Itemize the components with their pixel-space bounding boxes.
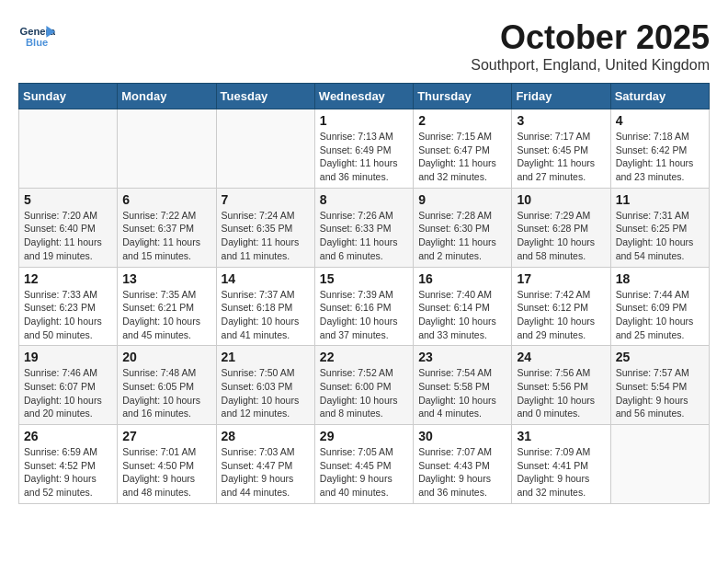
day-info: Sunrise: 7:40 AM Sunset: 6:14 PM Dayligh…	[418, 288, 506, 342]
day-number: 29	[320, 429, 408, 443]
calendar-cell: 29Sunrise: 7:05 AM Sunset: 4:45 PM Dayli…	[314, 425, 413, 504]
calendar-week-row: 5Sunrise: 7:20 AM Sunset: 6:40 PM Daylig…	[19, 188, 710, 267]
day-number: 15	[320, 271, 408, 286]
calendar-week-row: 12Sunrise: 7:33 AM Sunset: 6:23 PM Dayli…	[19, 267, 710, 346]
calendar-cell: 4Sunrise: 7:18 AM Sunset: 6:42 PM Daylig…	[610, 109, 709, 189]
calendar-cell: 6Sunrise: 7:22 AM Sunset: 6:37 PM Daylig…	[118, 188, 216, 267]
calendar-cell: 24Sunrise: 7:56 AM Sunset: 5:56 PM Dayli…	[512, 346, 610, 425]
day-number: 26	[24, 429, 112, 443]
calendar-cell: 31Sunrise: 7:09 AM Sunset: 4:41 PM Dayli…	[512, 425, 610, 504]
day-info: Sunrise: 7:44 AM Sunset: 6:09 PM Dayligh…	[616, 288, 704, 342]
day-number: 27	[122, 429, 210, 443]
day-info: Sunrise: 7:48 AM Sunset: 6:05 PM Dayligh…	[122, 366, 210, 420]
calendar-cell: 19Sunrise: 7:46 AM Sunset: 6:07 PM Dayli…	[19, 346, 118, 425]
calendar-cell: 25Sunrise: 7:57 AM Sunset: 5:54 PM Dayli…	[610, 346, 709, 425]
day-info: Sunrise: 7:03 AM Sunset: 4:47 PM Dayligh…	[222, 445, 310, 500]
logo: General Blue	[18, 18, 55, 55]
weekday-header-cell: Sunday	[19, 84, 118, 109]
calendar-cell	[118, 109, 216, 189]
day-number: 25	[616, 350, 704, 364]
day-info: Sunrise: 7:24 AM Sunset: 6:35 PM Dayligh…	[222, 209, 310, 263]
calendar-body: 1Sunrise: 7:13 AM Sunset: 6:49 PM Daylig…	[19, 109, 710, 504]
day-number: 24	[517, 350, 605, 364]
calendar-cell	[216, 109, 314, 189]
day-number: 5	[24, 192, 112, 207]
day-number: 28	[222, 429, 310, 443]
day-info: Sunrise: 7:28 AM Sunset: 6:30 PM Dayligh…	[418, 209, 506, 263]
calendar-cell: 20Sunrise: 7:48 AM Sunset: 6:05 PM Dayli…	[118, 346, 216, 425]
day-number: 16	[418, 271, 506, 286]
day-number: 13	[122, 271, 210, 286]
day-info: Sunrise: 7:37 AM Sunset: 6:18 PM Dayligh…	[222, 288, 310, 342]
month-title: October 2025	[471, 18, 710, 57]
calendar-week-row: 19Sunrise: 7:46 AM Sunset: 6:07 PM Dayli…	[19, 346, 710, 425]
day-number: 20	[122, 350, 210, 364]
header: General Blue October 2025 Southport, Eng…	[18, 18, 710, 74]
weekday-header-cell: Monday	[118, 84, 216, 109]
weekday-header-cell: Thursday	[414, 84, 512, 109]
calendar-cell: 5Sunrise: 7:20 AM Sunset: 6:40 PM Daylig…	[19, 188, 118, 267]
calendar-cell: 3Sunrise: 7:17 AM Sunset: 6:45 PM Daylig…	[512, 109, 610, 189]
day-info: Sunrise: 7:52 AM Sunset: 6:00 PM Dayligh…	[320, 366, 408, 420]
calendar-cell: 1Sunrise: 7:13 AM Sunset: 6:49 PM Daylig…	[314, 109, 413, 189]
day-number: 3	[517, 113, 605, 128]
day-number: 4	[616, 113, 704, 128]
calendar-cell: 11Sunrise: 7:31 AM Sunset: 6:25 PM Dayli…	[610, 188, 709, 267]
weekday-header-cell: Saturday	[610, 84, 709, 109]
weekday-header-cell: Tuesday	[216, 84, 314, 109]
calendar-week-row: 26Sunrise: 6:59 AM Sunset: 4:52 PM Dayli…	[19, 425, 710, 504]
day-info: Sunrise: 7:18 AM Sunset: 6:42 PM Dayligh…	[616, 130, 704, 184]
weekday-header-cell: Wednesday	[314, 84, 413, 109]
location: Southport, England, United Kingdom	[471, 57, 710, 74]
calendar-cell: 10Sunrise: 7:29 AM Sunset: 6:28 PM Dayli…	[512, 188, 610, 267]
day-number: 10	[517, 192, 605, 207]
day-info: Sunrise: 6:59 AM Sunset: 4:52 PM Dayligh…	[24, 445, 112, 500]
weekday-header-row: SundayMondayTuesdayWednesdayThursdayFrid…	[19, 84, 710, 109]
day-info: Sunrise: 7:26 AM Sunset: 6:33 PM Dayligh…	[320, 209, 408, 263]
day-info: Sunrise: 7:54 AM Sunset: 5:58 PM Dayligh…	[418, 366, 506, 420]
day-number: 30	[418, 429, 506, 443]
day-info: Sunrise: 7:07 AM Sunset: 4:43 PM Dayligh…	[418, 445, 506, 500]
logo-icon: General Blue	[18, 18, 55, 55]
day-info: Sunrise: 7:17 AM Sunset: 6:45 PM Dayligh…	[517, 130, 605, 184]
day-info: Sunrise: 7:56 AM Sunset: 5:56 PM Dayligh…	[517, 366, 605, 420]
calendar-cell: 22Sunrise: 7:52 AM Sunset: 6:00 PM Dayli…	[314, 346, 413, 425]
day-info: Sunrise: 7:29 AM Sunset: 6:28 PM Dayligh…	[517, 209, 605, 263]
title-area: October 2025 Southport, England, United …	[471, 18, 710, 74]
day-info: Sunrise: 7:57 AM Sunset: 5:54 PM Dayligh…	[616, 366, 704, 420]
day-number: 8	[320, 192, 408, 207]
day-info: Sunrise: 7:01 AM Sunset: 4:50 PM Dayligh…	[122, 445, 210, 500]
calendar-cell: 21Sunrise: 7:50 AM Sunset: 6:03 PM Dayli…	[216, 346, 314, 425]
day-info: Sunrise: 7:20 AM Sunset: 6:40 PM Dayligh…	[24, 209, 112, 263]
day-info: Sunrise: 7:31 AM Sunset: 6:25 PM Dayligh…	[616, 209, 704, 263]
day-number: 23	[418, 350, 506, 364]
calendar-cell: 16Sunrise: 7:40 AM Sunset: 6:14 PM Dayli…	[414, 267, 512, 346]
calendar-cell: 8Sunrise: 7:26 AM Sunset: 6:33 PM Daylig…	[314, 188, 413, 267]
day-info: Sunrise: 7:39 AM Sunset: 6:16 PM Dayligh…	[320, 288, 408, 342]
calendar-table: SundayMondayTuesdayWednesdayThursdayFrid…	[18, 83, 710, 504]
calendar-cell: 28Sunrise: 7:03 AM Sunset: 4:47 PM Dayli…	[216, 425, 314, 504]
calendar-cell: 18Sunrise: 7:44 AM Sunset: 6:09 PM Dayli…	[610, 267, 709, 346]
day-info: Sunrise: 7:33 AM Sunset: 6:23 PM Dayligh…	[24, 288, 112, 342]
weekday-header-cell: Friday	[512, 84, 610, 109]
day-info: Sunrise: 7:05 AM Sunset: 4:45 PM Dayligh…	[320, 445, 408, 500]
day-number: 19	[24, 350, 112, 364]
day-number: 17	[517, 271, 605, 286]
day-info: Sunrise: 7:22 AM Sunset: 6:37 PM Dayligh…	[122, 209, 210, 263]
calendar-cell: 15Sunrise: 7:39 AM Sunset: 6:16 PM Dayli…	[314, 267, 413, 346]
day-number: 7	[222, 192, 310, 207]
calendar-cell: 14Sunrise: 7:37 AM Sunset: 6:18 PM Dayli…	[216, 267, 314, 346]
day-number: 31	[517, 429, 605, 443]
calendar-cell: 9Sunrise: 7:28 AM Sunset: 6:30 PM Daylig…	[414, 188, 512, 267]
calendar-week-row: 1Sunrise: 7:13 AM Sunset: 6:49 PM Daylig…	[19, 109, 710, 189]
calendar-cell: 26Sunrise: 6:59 AM Sunset: 4:52 PM Dayli…	[19, 425, 118, 504]
calendar-cell: 30Sunrise: 7:07 AM Sunset: 4:43 PM Dayli…	[414, 425, 512, 504]
day-info: Sunrise: 7:46 AM Sunset: 6:07 PM Dayligh…	[24, 366, 112, 420]
day-number: 6	[122, 192, 210, 207]
calendar-cell: 2Sunrise: 7:15 AM Sunset: 6:47 PM Daylig…	[414, 109, 512, 189]
calendar-cell: 23Sunrise: 7:54 AM Sunset: 5:58 PM Dayli…	[414, 346, 512, 425]
calendar-cell	[19, 109, 118, 189]
day-number: 21	[222, 350, 310, 364]
calendar-cell: 7Sunrise: 7:24 AM Sunset: 6:35 PM Daylig…	[216, 188, 314, 267]
day-info: Sunrise: 7:15 AM Sunset: 6:47 PM Dayligh…	[418, 130, 506, 184]
